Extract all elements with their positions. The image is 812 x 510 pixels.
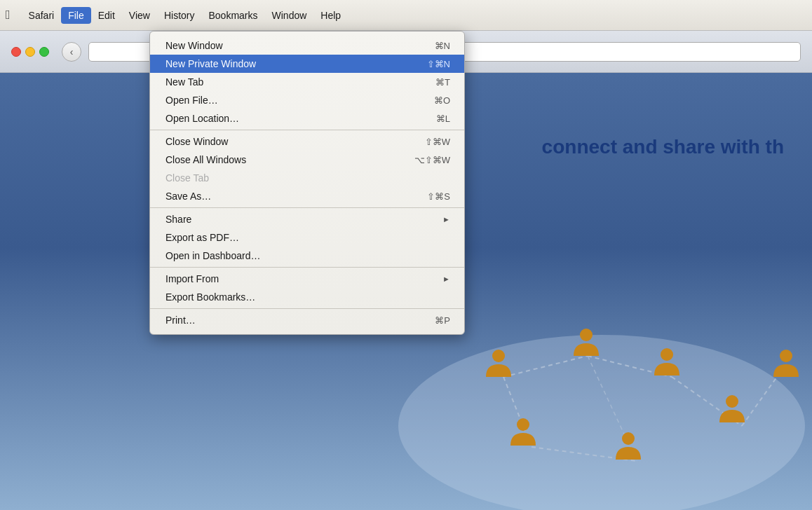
menubar:  Safari File Edit View History Bookmark… xyxy=(0,0,812,31)
svg-point-12 xyxy=(622,432,635,445)
menu-print[interactable]: Print… ⌘P xyxy=(150,311,464,329)
menu-close-window[interactable]: Close Window ⇧⌘W xyxy=(150,132,464,151)
traffic-lights xyxy=(11,47,49,57)
menu-new-window[interactable]: New Window ⌘N xyxy=(150,36,464,55)
menu-close-tab: Close Tab xyxy=(150,169,464,187)
menu-open-location[interactable]: Open Location… ⌘L xyxy=(150,109,464,127)
file-dropdown-menu: New Window ⌘N New Private Window ⇧⌘N New… xyxy=(149,31,465,335)
menu-help[interactable]: Help xyxy=(313,7,348,24)
svg-point-10 xyxy=(661,348,673,361)
back-button[interactable]: ‹ xyxy=(62,42,81,62)
close-button[interactable] xyxy=(11,47,21,57)
menu-bookmarks[interactable]: Bookmarks xyxy=(202,7,265,24)
svg-point-13 xyxy=(726,395,738,408)
dropdown-container: New Window ⌘N New Private Window ⇧⌘N New… xyxy=(149,31,465,335)
menu-export-bookmarks[interactable]: Export Bookmarks… xyxy=(150,288,464,306)
menu-save-as[interactable]: Save As… ⇧⌘S xyxy=(150,187,464,205)
svg-point-11 xyxy=(517,418,529,431)
menu-new-tab[interactable]: New Tab ⌘T xyxy=(150,73,464,91)
menu-section-1: New Window ⌘N New Private Window ⇧⌘N New… xyxy=(150,34,464,130)
menu-edit[interactable]: Edit xyxy=(91,7,122,24)
svg-point-8 xyxy=(492,350,505,362)
svg-point-9 xyxy=(580,329,593,341)
menu-export-pdf[interactable]: Export as PDF… xyxy=(150,228,464,247)
menu-section-5: Print… ⌘P xyxy=(150,309,464,331)
submenu-arrow-import: ► xyxy=(442,275,450,283)
person-icon xyxy=(773,350,799,377)
menu-new-private-window[interactable]: New Private Window ⇧⌘N xyxy=(150,55,464,73)
menu-safari[interactable]: Safari xyxy=(22,7,62,24)
menu-section-2: Close Window ⇧⌘W Close All Windows ⌥⇧⌘W … xyxy=(150,130,464,208)
menu-section-4: Import From ► Export Bookmarks… xyxy=(150,268,464,309)
menu-history[interactable]: History xyxy=(157,7,202,24)
menu-view[interactable]: View xyxy=(122,7,157,24)
fullscreen-button[interactable] xyxy=(39,47,49,57)
submenu-arrow-share: ► xyxy=(442,215,450,223)
minimize-button[interactable] xyxy=(25,47,35,57)
apple-menu[interactable]:  xyxy=(6,8,11,22)
menu-share[interactable]: Share ► xyxy=(150,210,464,228)
page-tagline: connect and share with th xyxy=(542,136,784,158)
menu-close-all-windows[interactable]: Close All Windows ⌥⇧⌘W xyxy=(150,151,464,169)
menu-file[interactable]: File xyxy=(61,7,91,24)
menu-section-3: Share ► Export as PDF… Open in Dashboard… xyxy=(150,208,464,268)
svg-point-14 xyxy=(780,350,792,362)
menu-open-file[interactable]: Open File… ⌘O xyxy=(150,91,464,109)
menu-window[interactable]: Window xyxy=(265,7,314,24)
menu-open-dashboard[interactable]: Open in Dashboard… xyxy=(150,247,464,265)
menu-import-from[interactable]: Import From ► xyxy=(150,270,464,288)
